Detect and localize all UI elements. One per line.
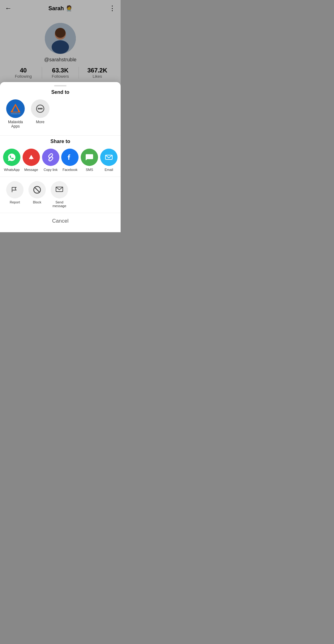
message-label: Message: [24, 168, 38, 172]
more-apps-button[interactable]: More: [31, 99, 49, 128]
cancel-button[interactable]: Cancel: [0, 213, 121, 229]
send-to-title: Send to: [0, 89, 121, 95]
block-label: Block: [33, 200, 41, 204]
actions-row: Report Block Send message: [0, 179, 121, 213]
svg-point-12: [38, 108, 39, 109]
svg-point-13: [40, 108, 41, 109]
email-share-button[interactable]: Email: [100, 149, 118, 172]
sms-icon: [81, 149, 98, 166]
more-icon: [31, 99, 49, 118]
report-button[interactable]: Report: [6, 181, 24, 208]
divider-1: [0, 135, 121, 136]
more-menu-button[interactable]: ⋮: [109, 4, 116, 12]
send-message-label: Send message: [53, 200, 66, 208]
copylink-label: Copy link: [44, 168, 58, 172]
svg-point-2: [52, 40, 69, 54]
whatsapp-label: WhatsApp: [4, 168, 20, 172]
username: @sarahstruble: [44, 57, 76, 63]
copylink-share-button[interactable]: Copy link: [42, 149, 59, 172]
svg-point-14: [41, 108, 42, 109]
svg-point-4: [55, 28, 66, 38]
report-icon: [6, 181, 24, 198]
malavida-label: MalavidaApps: [8, 120, 23, 128]
followers-stat[interactable]: 63.3K Followers: [42, 67, 79, 79]
send-message-icon: [51, 181, 68, 198]
whatsapp-icon: [3, 149, 20, 166]
send-message-button[interactable]: Send message: [51, 181, 68, 208]
divider-2: [0, 176, 121, 177]
sms-share-button[interactable]: SMS: [81, 149, 98, 172]
message-share-button[interactable]: Message: [23, 149, 40, 172]
page-title: Sarah 🧑‍⚕️: [48, 5, 72, 12]
share-to-grid: WhatsApp Message Copy link: [0, 149, 121, 176]
sms-label: SMS: [86, 168, 93, 172]
following-stat[interactable]: 40 Following: [5, 67, 42, 79]
stats-row: 40 Following 63.3K Followers 367.2K Like…: [5, 67, 116, 79]
bottom-sheet: Send to malavida.com MalavidaApps: [0, 82, 121, 232]
send-to-row: malavida.com MalavidaApps More: [0, 99, 121, 133]
avatar: [45, 23, 76, 54]
copylink-icon: [42, 149, 59, 166]
svg-line-19: [35, 187, 40, 193]
malavida-apps-button[interactable]: malavida.com MalavidaApps: [6, 99, 25, 128]
sheet-handle: [54, 85, 66, 86]
more-label: More: [36, 120, 44, 124]
block-button[interactable]: Block: [28, 181, 46, 208]
likes-stat[interactable]: 367.2K Likes: [79, 67, 116, 79]
whatsapp-share-button[interactable]: WhatsApp: [3, 149, 20, 172]
report-label: Report: [10, 200, 20, 204]
message-icon: [23, 149, 40, 166]
facebook-share-button[interactable]: Facebook: [61, 149, 79, 172]
facebook-label: Facebook: [62, 168, 77, 172]
facebook-icon: [61, 149, 79, 166]
svg-text:malavida.com: malavida.com: [11, 113, 20, 115]
malavida-icon: malavida.com: [6, 99, 25, 118]
email-icon: [100, 149, 118, 166]
block-icon: [28, 181, 46, 198]
back-button[interactable]: ←: [5, 4, 12, 12]
email-label: Email: [105, 168, 113, 172]
share-to-title: Share to: [0, 139, 121, 144]
